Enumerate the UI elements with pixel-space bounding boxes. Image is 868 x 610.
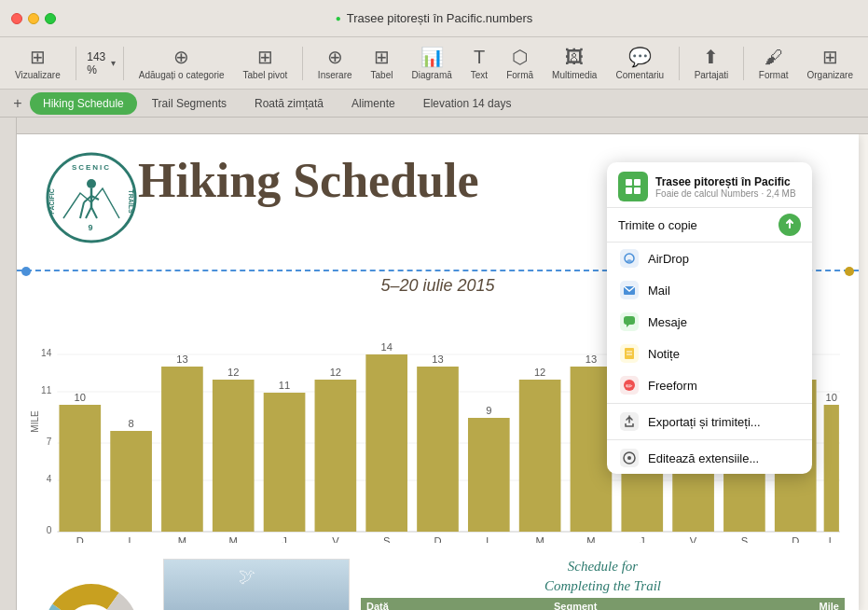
svg-text:V: V	[332, 535, 339, 543]
svg-text:8: 8	[128, 418, 133, 429]
tab-roata-zimtata[interactable]: Roată zimțată	[241, 92, 337, 115]
bar-10	[519, 380, 561, 532]
svg-text:7: 7	[47, 437, 52, 447]
svg-text:14: 14	[380, 341, 392, 353]
table-pivot-button[interactable]: ⊞ Tabel pivot	[236, 42, 296, 84]
multimedia-button[interactable]: 🖼 Multimedia	[544, 43, 604, 84]
svg-marker-68	[627, 325, 629, 327]
bird-icon: 🕊	[239, 567, 255, 587]
tab-trail-segments[interactable]: Trail Segments	[139, 92, 240, 115]
share-button[interactable]: ⬆ Partajati	[687, 42, 737, 84]
tab-elevation[interactable]: Elevation 14 days	[410, 92, 525, 115]
svg-text:14: 14	[41, 348, 52, 358]
table-label: Tabel	[371, 70, 393, 80]
zoom-dropdown-icon: ▾	[111, 58, 116, 68]
menu-item-mail[interactable]: Mail	[607, 274, 812, 306]
bar-2	[110, 431, 152, 532]
add-category-button[interactable]: ⊕ Adăugați o categorie	[131, 42, 232, 84]
svg-text:S: S	[741, 535, 748, 543]
svg-rect-69	[625, 348, 634, 359]
format-button[interactable]: 🖌 Format	[751, 43, 796, 84]
svg-rect-67	[624, 316, 635, 325]
svg-text:L: L	[128, 535, 133, 543]
menu-label-export: Exportați și trimiteți...	[648, 415, 761, 429]
svg-text:12: 12	[330, 367, 341, 378]
popup-doc-title: Trasee pitorești în Pacific	[655, 175, 801, 188]
minimize-button[interactable]	[28, 13, 39, 24]
share-icon: ⬆	[703, 46, 719, 68]
menu-label-mail: Mail	[648, 284, 670, 298]
window-title: ● Trasee pitorești în Pacific.numbers	[336, 11, 533, 25]
insert-button[interactable]: ⊕ Inserare	[310, 42, 360, 84]
insert-icon: ⊕	[327, 46, 343, 68]
svg-text:PACIFIC: PACIFIC	[48, 188, 55, 214]
popup-doc-subtitle: Foaie de calcul Numbers · 2,4 MB	[655, 188, 801, 199]
comment-icon: 💬	[628, 46, 652, 68]
photo-section: 🕊 👤 👤 👤 👤 👤	[163, 559, 350, 610]
logo-svg: SCENIC PACIFIC TRAILS 9	[45, 151, 138, 244]
svg-text:13: 13	[586, 354, 597, 365]
menu-item-notes[interactable]: Notițe	[607, 338, 812, 369]
svg-text:4: 4	[47, 474, 52, 484]
bar-5	[264, 393, 306, 532]
close-button[interactable]	[11, 13, 22, 24]
svg-text:S: S	[383, 535, 390, 543]
svg-text:12: 12	[227, 367, 239, 378]
bar-6	[315, 380, 357, 532]
footer-label-extensions: Editează extensiile...	[648, 451, 759, 465]
notes-svg	[622, 346, 637, 361]
view-button[interactable]: ⊞ Vizualizare	[7, 42, 68, 84]
text-button[interactable]: T Text	[463, 43, 495, 84]
photo-placeholder: 🕊 👤 👤 👤 👤 👤	[164, 560, 349, 610]
svg-text:L: L	[486, 535, 491, 543]
svg-point-5	[87, 179, 96, 188]
menu-item-freeform[interactable]: ✏ Freeform	[607, 369, 812, 401]
organize-icon: ⊞	[822, 46, 838, 68]
airdrop-icon	[620, 249, 639, 268]
freeform-svg: ✏	[622, 378, 637, 393]
add-category-icon: ⊕	[173, 46, 189, 68]
bar-16	[824, 405, 839, 532]
organize-label: Organizare	[807, 70, 853, 80]
shape-button[interactable]: ⬡ Formă	[499, 42, 541, 84]
ruler-horizontal	[0, 118, 868, 134]
pie-chart-section: Percentage of Trail	[31, 559, 152, 610]
export-svg	[622, 414, 637, 429]
view-icon: ⊞	[30, 46, 46, 68]
send-copy-row[interactable]: Trimite o copie	[607, 208, 812, 243]
insert-label: Inserare	[318, 70, 352, 80]
menu-item-messages[interactable]: Mesaje	[607, 306, 812, 338]
zoom-group[interactable]: 143 % ▾	[83, 49, 116, 78]
tabbar: + Hiking Schedule Trail Segments Roată z…	[0, 90, 868, 118]
popup-doc-icon	[618, 172, 648, 201]
svg-text:13: 13	[432, 354, 443, 365]
share-label: Partajati	[695, 70, 729, 80]
svg-text:11: 11	[279, 380, 290, 391]
format-label: Format	[759, 70, 789, 80]
messages-icon	[620, 312, 639, 331]
text-icon: T	[474, 47, 485, 68]
menu-label-notes: Notițe	[648, 347, 680, 361]
popup-divider-1	[607, 403, 812, 404]
toolbar-divider-3	[302, 47, 303, 80]
send-copy-button[interactable]	[778, 214, 801, 236]
chart-button[interactable]: 📊 Diagramă	[404, 42, 459, 84]
add-sheet-button[interactable]: +	[7, 93, 28, 114]
schedule-section: Schedule for Completing the Trail Dată S…	[361, 559, 845, 610]
tab-hiking-schedule[interactable]: Hiking Schedule	[30, 92, 137, 115]
table-button[interactable]: ⊞ Tabel	[364, 42, 401, 84]
schedule-title-line1: Schedule for	[361, 559, 845, 575]
menu-item-airdrop[interactable]: AirDrop	[607, 243, 812, 274]
popup-doc-info: Trasee pitorești în Pacific Foaie de cal…	[655, 175, 801, 199]
menu-item-export[interactable]: Exportați și trimiteți...	[607, 406, 812, 437]
extensions-icon	[620, 449, 639, 467]
toolbar-divider-1	[76, 47, 76, 80]
send-copy-label: Trimite o copie	[618, 218, 773, 232]
organize-button[interactable]: ⊞ Organizare	[800, 42, 861, 84]
popup-footer-extensions[interactable]: Editează extensiile...	[607, 442, 812, 474]
zoom-window-button[interactable]	[45, 13, 56, 24]
tab-alimente[interactable]: Alimente	[338, 92, 408, 115]
freeform-icon: ✏	[620, 376, 639, 395]
comment-button[interactable]: 💬 Comentariu	[608, 42, 671, 84]
popup-divider-2	[607, 439, 812, 440]
